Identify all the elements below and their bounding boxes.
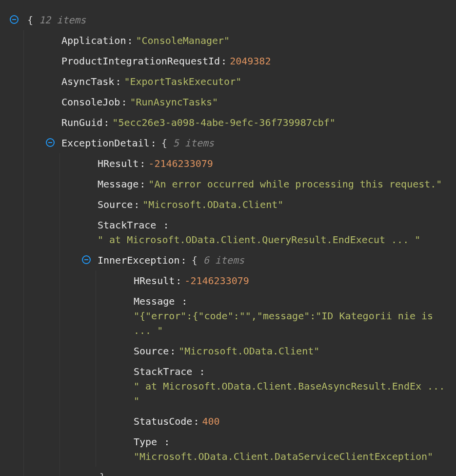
colon: : bbox=[164, 436, 170, 448]
colon: : bbox=[170, 344, 176, 358]
prop-application[interactable]: Application : "ConsoleManager" bbox=[36, 30, 456, 51]
colon: : bbox=[221, 54, 227, 68]
key-label: Application bbox=[61, 33, 126, 48]
exception-children: HResult : -2146233079 Message : "An erro… bbox=[59, 153, 456, 476]
colon: : bbox=[199, 366, 205, 377]
colon: : bbox=[127, 33, 133, 48]
colon: : bbox=[193, 414, 199, 429]
item-count: 12 items bbox=[39, 13, 86, 27]
item-count: 5 items bbox=[173, 136, 214, 150]
prop-product-integration-request-id[interactable]: ProductIntegrationRequestId : 2049382 bbox=[36, 51, 456, 71]
prop-inner-stacktrace[interactable]: StackTrace : " at Microsoft.OData.Client… bbox=[108, 361, 456, 411]
root-open-row: { 12 items bbox=[10, 10, 456, 30]
prop-inner-status-code[interactable]: StatusCode : 400 bbox=[108, 411, 456, 432]
string-value: " at Microsoft.OData.Client.QueryResult.… bbox=[98, 232, 456, 247]
key-label: StackTrace bbox=[134, 366, 192, 377]
brace-open: { bbox=[192, 253, 198, 268]
string-value: "Microsoft.OData.Client.DataServiceClien… bbox=[134, 449, 456, 464]
prop-message[interactable]: Message : "An error occurred while proce… bbox=[72, 174, 456, 194]
number-value: 400 bbox=[202, 414, 219, 429]
string-value: "5ecc26e3-a098-4abe-9efc-36f739987cbf" bbox=[112, 115, 336, 130]
key-label: ProductIntegrationRequestId bbox=[61, 54, 220, 68]
key-label: StackTrace bbox=[98, 219, 156, 231]
prop-async-task[interactable]: AsyncTask : "ExportTaskExecutor" bbox=[36, 71, 456, 92]
key-label: InnerException bbox=[98, 253, 180, 268]
key-label: Message bbox=[134, 295, 175, 307]
inner-exception-close: } bbox=[72, 467, 456, 476]
number-value: -2146233079 bbox=[184, 273, 249, 288]
key-label: Source bbox=[134, 344, 169, 358]
colon: : bbox=[115, 74, 121, 89]
colon: : bbox=[134, 197, 139, 212]
string-value: "RunAsyncTasks" bbox=[130, 95, 218, 109]
colon: : bbox=[103, 115, 109, 130]
key-label: ExceptionDetail bbox=[61, 136, 150, 150]
colon: : bbox=[121, 95, 127, 109]
prop-inner-source[interactable]: Source : "Microsoft.OData.Client" bbox=[108, 341, 456, 361]
key-label: ConsoleJob bbox=[61, 95, 120, 109]
item-count: 6 items bbox=[203, 253, 244, 268]
prop-exception-detail: ExceptionDetail : { 5 items bbox=[36, 133, 456, 153]
string-value: "{"error":{"code":"","message":"ID Kateg… bbox=[134, 309, 456, 338]
collapse-icon[interactable] bbox=[46, 138, 55, 147]
string-value: "ConsoleManager" bbox=[136, 33, 230, 48]
colon: : bbox=[181, 253, 187, 268]
number-value: 2049382 bbox=[230, 54, 271, 68]
inner-exception-children: HResult : -2146233079 Message : "{"error… bbox=[96, 270, 456, 467]
key-label: HResult bbox=[134, 273, 175, 288]
key-label: StatusCode bbox=[134, 414, 192, 429]
string-value: "An error occurred while processing this… bbox=[148, 177, 442, 191]
key-label: RunGuid bbox=[61, 115, 102, 130]
string-value: "Microsoft.OData.Client" bbox=[142, 197, 283, 212]
key-label: HResult bbox=[98, 156, 139, 171]
string-value: " at Microsoft.OData.Client.BaseAsyncRes… bbox=[134, 379, 456, 408]
prop-inner-exception: InnerException : { 6 items bbox=[72, 250, 456, 270]
number-value: -2146233079 bbox=[148, 156, 213, 171]
prop-hresult[interactable]: HResult : -2146233079 bbox=[72, 153, 456, 174]
collapse-icon[interactable] bbox=[10, 15, 19, 24]
brace-open: { bbox=[27, 13, 33, 27]
key-label: Message bbox=[98, 177, 139, 191]
prop-run-guid[interactable]: RunGuid : "5ecc26e3-a098-4abe-9efc-36f73… bbox=[36, 112, 456, 133]
root-children: Application : "ConsoleManager" ProductIn… bbox=[23, 30, 456, 476]
prop-source[interactable]: Source : "Microsoft.OData.Client" bbox=[72, 194, 456, 215]
prop-inner-hresult[interactable]: HResult : -2146233079 bbox=[108, 270, 456, 291]
prop-stacktrace[interactable]: StackTrace : " at Microsoft.OData.Client… bbox=[72, 215, 456, 250]
prop-console-job[interactable]: ConsoleJob : "RunAsyncTasks" bbox=[36, 92, 456, 112]
brace-open: { bbox=[161, 136, 167, 150]
key-label: Source bbox=[98, 197, 133, 212]
string-value: "ExportTaskExecutor" bbox=[124, 74, 241, 89]
brace-close: } bbox=[99, 470, 105, 476]
prop-inner-type[interactable]: Type : "Microsoft.OData.Client.DataServi… bbox=[108, 432, 456, 467]
colon: : bbox=[176, 273, 181, 288]
colon: : bbox=[139, 156, 145, 171]
colon: : bbox=[181, 295, 187, 307]
string-value: "Microsoft.OData.Client" bbox=[178, 344, 319, 358]
colon: : bbox=[151, 136, 157, 150]
prop-inner-message[interactable]: Message : "{"error":{"code":"","message"… bbox=[108, 291, 456, 341]
key-label: AsyncTask bbox=[61, 74, 114, 89]
colon: : bbox=[139, 177, 145, 191]
key-label: Type bbox=[134, 436, 157, 448]
colon: : bbox=[163, 219, 169, 231]
collapse-icon[interactable] bbox=[82, 255, 91, 264]
